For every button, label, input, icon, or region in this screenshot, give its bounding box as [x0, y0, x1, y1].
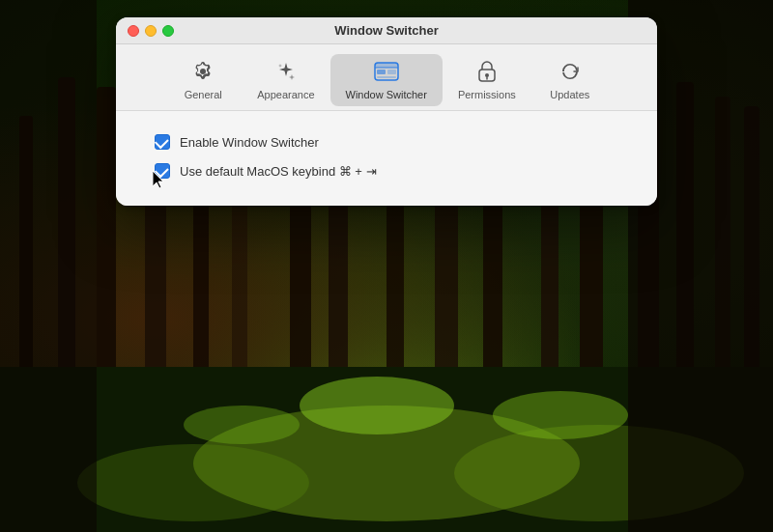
content-area: Enable Window Switcher Use default MacOS… [116, 111, 657, 206]
svg-point-24 [493, 391, 628, 439]
tab-updates[interactable]: Updates [531, 54, 609, 106]
checkbox-item-keybind: Use default MacOS keybind ⌘ + ⇥ [155, 163, 618, 179]
checkbox-enable-window-switcher[interactable] [155, 134, 170, 150]
tab-general-label: General [185, 89, 222, 100]
gear-icon [189, 58, 216, 85]
checkbox-item-enable: Enable Window Switcher [155, 134, 618, 150]
minimize-button[interactable] [145, 25, 157, 37]
svg-point-20 [77, 444, 309, 521]
svg-point-23 [184, 406, 300, 444]
window-switcher-icon [373, 58, 400, 85]
traffic-lights [128, 25, 174, 37]
lock-icon [473, 58, 501, 85]
svg-rect-26 [0, 0, 97, 532]
maximize-button[interactable] [162, 25, 174, 37]
close-button[interactable] [128, 25, 139, 37]
sparkle-icon [272, 58, 300, 85]
app-window: Window Switcher General Appearan [116, 17, 657, 206]
tab-permissions-label: Permissions [458, 89, 516, 100]
svg-rect-30 [377, 70, 386, 74]
svg-rect-32 [377, 76, 396, 78]
use-default-keybind-label: Use default MacOS keybind ⌘ + ⇥ [180, 164, 377, 179]
refresh-icon [557, 58, 584, 85]
tab-appearance-label: Appearance [257, 89, 314, 100]
tab-window-switcher[interactable]: Window Switcher [330, 54, 443, 106]
svg-rect-28 [375, 63, 398, 68]
window-title: Window Switcher [334, 23, 439, 38]
tab-window-switcher-label: Window Switcher [346, 89, 427, 100]
titlebar: Window Switcher [116, 17, 657, 44]
enable-window-switcher-label: Enable Window Switcher [180, 135, 319, 150]
tab-appearance[interactable]: Appearance [242, 54, 329, 106]
svg-point-22 [300, 377, 454, 434]
tab-permissions[interactable]: Permissions [443, 54, 531, 106]
toolbar: General Appearance [116, 44, 657, 111]
keybind-checkbox-wrapper [155, 163, 170, 179]
checkbox-use-default-keybind[interactable] [155, 163, 170, 179]
tab-general[interactable]: General [164, 54, 242, 106]
svg-rect-31 [387, 70, 396, 74]
tab-updates-label: Updates [550, 89, 589, 100]
